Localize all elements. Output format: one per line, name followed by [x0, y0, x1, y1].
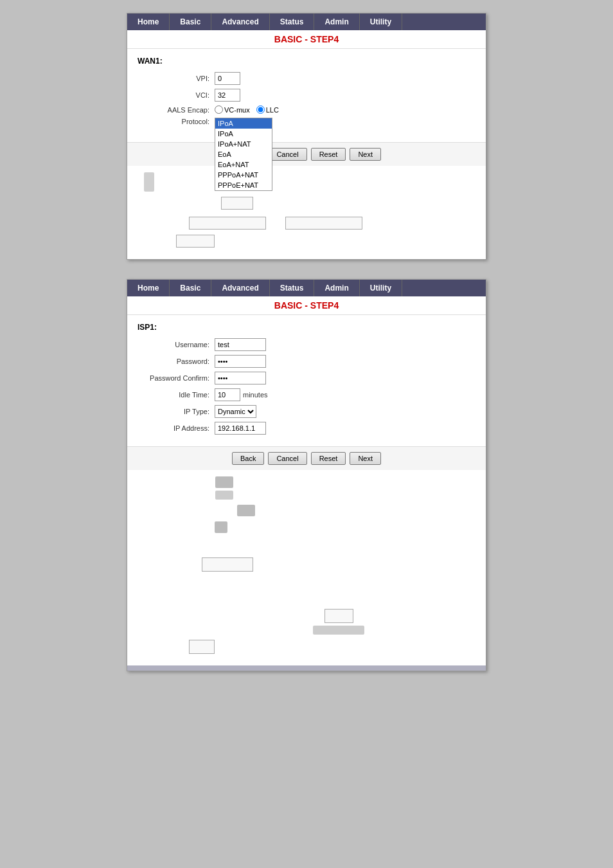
page-container: Home Basic Advanced Status Admin Utility…: [127, 13, 486, 671]
dropdown-item-eoa[interactable]: EoA: [215, 149, 272, 159]
vci-input[interactable]: [215, 89, 240, 102]
vpi-input[interactable]: [215, 72, 240, 85]
nav-basic-2[interactable]: Basic: [170, 280, 211, 296]
panel-wan1: Home Basic Advanced Status Admin Utility…: [127, 13, 486, 260]
password-row: Password:: [138, 355, 475, 368]
nav-home-2[interactable]: Home: [127, 280, 170, 296]
nav-status-1[interactable]: Status: [270, 14, 315, 30]
nav-home-1[interactable]: Home: [127, 14, 170, 30]
password-label: Password:: [138, 357, 215, 365]
vc-mux-text: VC-mux: [224, 106, 250, 114]
nav-advanced-2[interactable]: Advanced: [211, 280, 269, 296]
deco-area-2: [127, 470, 486, 665]
protocol-row: Protocol: IPoA IPoA IPoA IPoA+NAT EoA Eo…: [138, 118, 475, 131]
reset-button-2[interactable]: Reset: [311, 452, 346, 465]
back-button-2[interactable]: Back: [232, 452, 264, 465]
dropdown-item-eoa-nat[interactable]: EoA+NAT: [215, 159, 272, 170]
vc-mux-radio-label[interactable]: VC-mux: [215, 105, 250, 114]
protocol-dropdown-container: IPoA IPoA IPoA IPoA+NAT EoA EoA+NAT PPPo…: [215, 118, 266, 131]
aals-row: AALS Encap: VC-mux LLC: [138, 105, 475, 114]
aals-label: AALS Encap:: [138, 106, 215, 114]
protocol-label: Protocol:: [138, 118, 215, 125]
dropdown-item-ipoa[interactable]: IPoA: [215, 118, 272, 129]
llc-radio-label[interactable]: LLC: [256, 105, 279, 114]
isp1-content: ISP1: Username: Password: Password Confi…: [127, 315, 486, 446]
ip-type-label: IP Type:: [138, 408, 215, 415]
password-confirm-label: Password Confirm:: [138, 374, 215, 382]
deco-row-1c: [138, 217, 475, 230]
panel-isp1: Home Basic Advanced Status Admin Utility…: [127, 279, 486, 671]
page-title-1: BASIC - STEP4: [127, 30, 486, 49]
minutes-label: minutes: [243, 391, 268, 399]
nav-utility-2[interactable]: Utility: [360, 280, 402, 296]
reset-button-1[interactable]: Reset: [311, 148, 346, 161]
vpi-label: VPI:: [138, 75, 215, 82]
next-button-2[interactable]: Next: [350, 452, 381, 465]
deco-row-2b: [237, 505, 475, 516]
page-title-2: BASIC - STEP4: [127, 296, 486, 315]
nav-basic-1[interactable]: Basic: [170, 14, 211, 30]
button-bar-2: Back Cancel Reset Next: [127, 446, 486, 470]
wan1-content: WAN1: VPI: VCI: AALS Encap: VC-mux: [127, 49, 486, 142]
ip-type-row: IP Type: Dynamic Static: [138, 405, 475, 418]
username-label: Username:: [138, 341, 215, 348]
ip-address-row: IP Address:: [138, 422, 475, 435]
aals-radio-group: VC-mux LLC: [215, 105, 279, 114]
cancel-button-2[interactable]: Cancel: [268, 452, 306, 465]
dropdown-item-pppoa-nat[interactable]: PPPoA+NAT: [215, 170, 272, 180]
next-button-1[interactable]: Next: [350, 148, 381, 161]
nav-bar-1: Home Basic Advanced Status Admin Utility: [127, 14, 486, 30]
nav-status-2[interactable]: Status: [270, 280, 315, 296]
vpi-row: VPI:: [138, 72, 475, 85]
vci-row: VCI:: [138, 89, 475, 102]
ip-address-label: IP Address:: [138, 424, 215, 432]
idle-time-row: Idle Time: minutes: [138, 388, 475, 401]
deco-row-2a: [215, 476, 234, 500]
deco-row-2c: [215, 521, 475, 533]
dropdown-item-pppoe-nat[interactable]: PPPoE+NAT: [215, 180, 272, 190]
nav-admin-1[interactable]: Admin: [314, 14, 359, 30]
deco-row-1d: [138, 235, 475, 248]
idle-time-label: Idle Time:: [138, 391, 215, 399]
nav-bar-2: Home Basic Advanced Status Admin Utility: [127, 280, 486, 296]
deco-area-1: [127, 166, 486, 259]
ip-address-input[interactable]: [215, 422, 266, 435]
cancel-button-1[interactable]: Cancel: [268, 148, 306, 161]
deco-row-2d: [202, 557, 475, 572]
ip-type-select[interactable]: Dynamic Static: [215, 405, 256, 418]
llc-text: LLC: [266, 106, 279, 114]
username-input[interactable]: [215, 338, 266, 351]
dropdown-item-ipoa-nat[interactable]: IPoA+NAT: [215, 139, 272, 149]
vc-mux-radio[interactable]: [215, 105, 223, 114]
nav-admin-2[interactable]: Admin: [314, 280, 359, 296]
deco-row-1a: [138, 172, 475, 192]
username-row: Username:: [138, 338, 475, 351]
bottom-bar: [127, 665, 486, 671]
password-input[interactable]: [215, 355, 266, 368]
isp1-section-title: ISP1:: [138, 323, 475, 332]
deco-row-1b: [138, 197, 475, 212]
protocol-dropdown-list: IPoA IPoA IPoA+NAT EoA EoA+NAT PPPoA+NAT…: [215, 118, 272, 191]
llc-radio[interactable]: [256, 105, 265, 114]
dropdown-item-ipoa2[interactable]: IPoA: [215, 129, 272, 139]
idle-time-input[interactable]: [215, 388, 240, 401]
button-bar-1: Back Cancel Reset Next: [127, 142, 486, 166]
password-confirm-row: Password Confirm:: [138, 372, 475, 384]
deco-row-2f: [189, 640, 475, 654]
password-confirm-input[interactable]: [215, 372, 266, 384]
wan1-section-title: WAN1:: [138, 57, 475, 66]
nav-utility-1[interactable]: Utility: [360, 14, 402, 30]
nav-advanced-1[interactable]: Advanced: [211, 14, 269, 30]
vci-label: VCI:: [138, 91, 215, 99]
deco-row-2e: [202, 609, 475, 635]
